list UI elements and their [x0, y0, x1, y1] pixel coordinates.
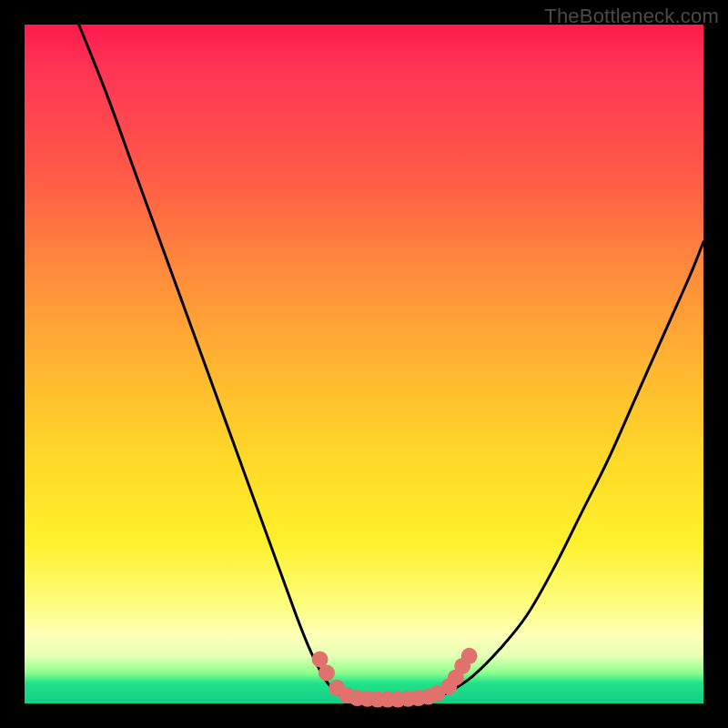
bottleneck-curve-svg: [25, 25, 703, 703]
marker-dot-layer: [312, 648, 478, 708]
chart-frame: TheBottleneck.com: [0, 0, 728, 728]
v-curve: [79, 25, 703, 701]
plot-area: [25, 25, 703, 703]
highlight-dot: [461, 648, 478, 664]
highlight-dot: [318, 664, 335, 681]
curve-layer: [79, 25, 703, 701]
watermark-text: TheBottleneck.com: [544, 5, 719, 28]
